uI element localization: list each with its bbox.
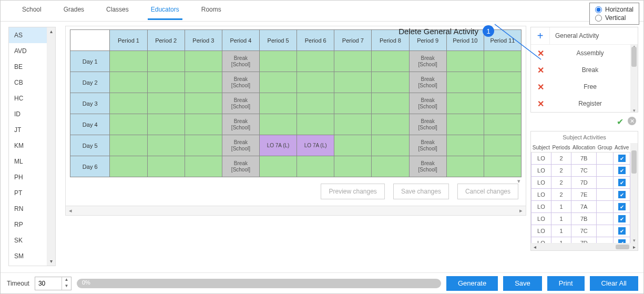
scroll-down-icon[interactable]: ▾ <box>47 257 55 266</box>
general-activity-item[interactable]: Assembly <box>550 45 630 62</box>
sidebar-item-be[interactable]: BE <box>9 59 47 75</box>
empty-cell[interactable] <box>297 156 334 177</box>
empty-cell[interactable] <box>185 156 222 177</box>
delete-activity-icon[interactable]: ✕ <box>531 62 550 78</box>
empty-cell[interactable] <box>446 135 484 156</box>
active-checkbox[interactable]: ✔ <box>618 191 626 198</box>
generate-button[interactable]: Generate <box>446 276 498 291</box>
orientation-horizontal-radio[interactable] <box>595 6 602 13</box>
empty-cell[interactable] <box>260 93 297 114</box>
timeout-input[interactable] <box>35 277 62 290</box>
sidebar-item-avd[interactable]: AVD <box>9 43 47 59</box>
delete-activity-icon[interactable]: ✕ <box>531 95 550 112</box>
subject-activities-vscroll[interactable]: ▾ <box>630 143 638 243</box>
empty-cell[interactable] <box>372 114 409 135</box>
empty-cell[interactable] <box>334 72 372 93</box>
empty-cell[interactable] <box>110 51 147 72</box>
empty-cell[interactable] <box>372 156 409 177</box>
sidebar-item-as[interactable]: AS <box>9 27 47 43</box>
empty-cell[interactable] <box>297 114 334 135</box>
empty-cell[interactable] <box>446 51 484 72</box>
break-cell[interactable]: Break[School] <box>409 51 446 72</box>
empty-cell[interactable] <box>185 135 222 156</box>
break-cell[interactable]: Break[School] <box>409 93 446 114</box>
active-checkbox[interactable]: ✔ <box>618 179 626 186</box>
save-button[interactable]: Save <box>503 276 542 291</box>
empty-cell[interactable] <box>334 114 372 135</box>
tab-rooms[interactable]: Rooms <box>198 6 224 18</box>
break-cell[interactable]: Break[School] <box>222 51 259 72</box>
empty-cell[interactable] <box>334 51 372 72</box>
general-activity-scrollbar[interactable]: ▴▾ <box>630 45 638 112</box>
active-checkbox[interactable]: ✔ <box>618 227 626 235</box>
break-cell[interactable]: Break[School] <box>409 156 446 177</box>
cancel-changes-button[interactable]: Cancel changes <box>457 184 518 199</box>
lesson-cell[interactable]: LO 7A (L) <box>260 135 297 156</box>
delete-activity-icon[interactable]: ✕ <box>531 45 550 62</box>
table-row[interactable]: LO27E✔ <box>531 189 630 201</box>
empty-cell[interactable] <box>484 135 521 156</box>
break-cell[interactable]: Break[School] <box>222 135 259 156</box>
empty-cell[interactable] <box>110 114 147 135</box>
break-cell[interactable]: Break[School] <box>222 72 259 93</box>
lesson-cell[interactable]: LO 7A (L) <box>297 135 334 156</box>
confirm-cancel-icon[interactable]: ✕ <box>628 117 636 125</box>
empty-cell[interactable] <box>446 156 484 177</box>
empty-cell[interactable] <box>334 93 372 114</box>
empty-cell[interactable] <box>484 72 521 93</box>
empty-cell[interactable] <box>297 72 334 93</box>
table-row[interactable]: LO17A✔ <box>531 201 630 213</box>
empty-cell[interactable] <box>110 93 147 114</box>
general-activity-item[interactable]: Break <box>550 62 630 78</box>
scroll-right-icon[interactable]: ▸ <box>516 206 526 215</box>
table-row[interactable]: LO27D✔ <box>531 177 630 189</box>
orientation-vertical-radio[interactable] <box>595 15 602 22</box>
tab-classes[interactable]: Classes <box>103 6 132 18</box>
general-activity-item[interactable]: Register <box>550 95 630 112</box>
sidebar-item-id[interactable]: ID <box>9 106 47 122</box>
subject-activities-table[interactable]: SubjectPeriodsAllocationGroupActiveLO27B… <box>531 143 630 249</box>
empty-cell[interactable] <box>484 93 521 114</box>
table-row[interactable]: LO27B✔ <box>531 153 630 165</box>
empty-cell[interactable] <box>110 135 147 156</box>
add-general-activity-icon[interactable]: + <box>531 27 550 44</box>
print-button[interactable]: Print <box>547 276 585 291</box>
clear-all-button[interactable]: Clear All <box>590 276 638 291</box>
empty-cell[interactable] <box>147 72 185 93</box>
empty-cell[interactable] <box>110 72 147 93</box>
col-subject[interactable]: Subject <box>531 143 551 153</box>
empty-cell[interactable] <box>334 156 372 177</box>
empty-cell[interactable] <box>147 93 185 114</box>
table-row[interactable]: LO17B✔ <box>531 213 630 225</box>
sidebar-item-st[interactable]: ST <box>9 264 47 266</box>
timeout-spinner[interactable]: ▲▼ <box>35 277 71 290</box>
active-checkbox[interactable]: ✔ <box>618 167 626 174</box>
break-cell[interactable]: Break[School] <box>222 114 259 135</box>
active-checkbox[interactable]: ✔ <box>618 215 626 222</box>
empty-cell[interactable] <box>484 156 521 177</box>
spinner-down-icon[interactable]: ▼ <box>62 283 71 290</box>
general-activity-item[interactable]: Free <box>550 78 630 95</box>
empty-cell[interactable] <box>297 51 334 72</box>
empty-cell[interactable] <box>185 93 222 114</box>
empty-cell[interactable] <box>147 114 185 135</box>
scroll-up-icon[interactable]: ▴ <box>47 27 55 36</box>
empty-cell[interactable] <box>484 51 521 72</box>
empty-cell[interactable] <box>484 114 521 135</box>
preview-changes-button[interactable]: Preview changes <box>321 184 384 199</box>
break-cell[interactable]: Break[School] <box>222 156 259 177</box>
empty-cell[interactable] <box>185 51 222 72</box>
empty-cell[interactable] <box>446 72 484 93</box>
orientation-vertical[interactable]: Vertical <box>595 14 633 22</box>
spinner-up-icon[interactable]: ▲ <box>62 277 71 283</box>
empty-cell[interactable] <box>260 72 297 93</box>
educator-list[interactable]: ASAVDBECBHCIDJTKMMLPHPTRNRPSKSMST <box>9 27 47 266</box>
empty-cell[interactable] <box>185 114 222 135</box>
schedule-grid[interactable]: Period 1Period 2Period 3Period 4Period 5… <box>70 29 522 177</box>
center-hscroll[interactable]: ◂ ▸ <box>65 206 526 216</box>
tab-educators[interactable]: Educators <box>148 6 182 20</box>
break-cell[interactable]: Break[School] <box>409 114 446 135</box>
subject-activities-hscroll[interactable]: ◂▸ <box>531 243 638 250</box>
active-checkbox[interactable]: ✔ <box>618 203 626 210</box>
col-periods[interactable]: Periods <box>551 143 571 153</box>
